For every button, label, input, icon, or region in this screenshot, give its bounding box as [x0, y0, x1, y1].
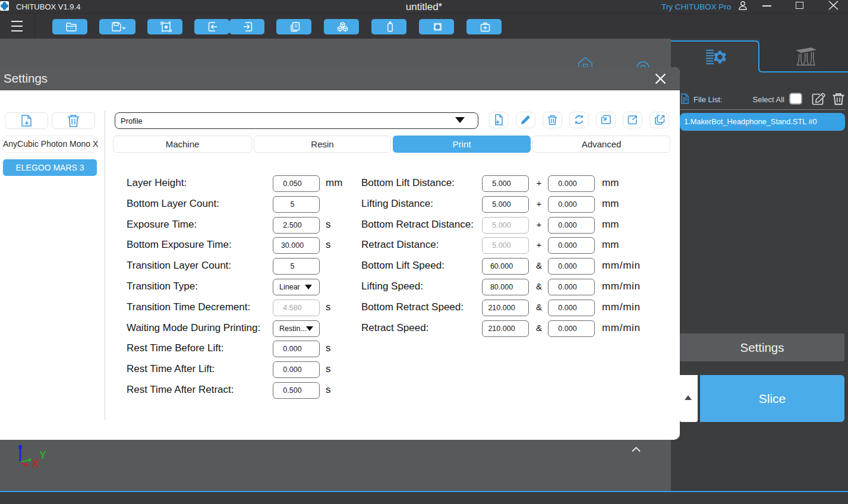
svg-text:X: X	[32, 458, 39, 470]
svg-text:Y: Y	[39, 449, 46, 461]
